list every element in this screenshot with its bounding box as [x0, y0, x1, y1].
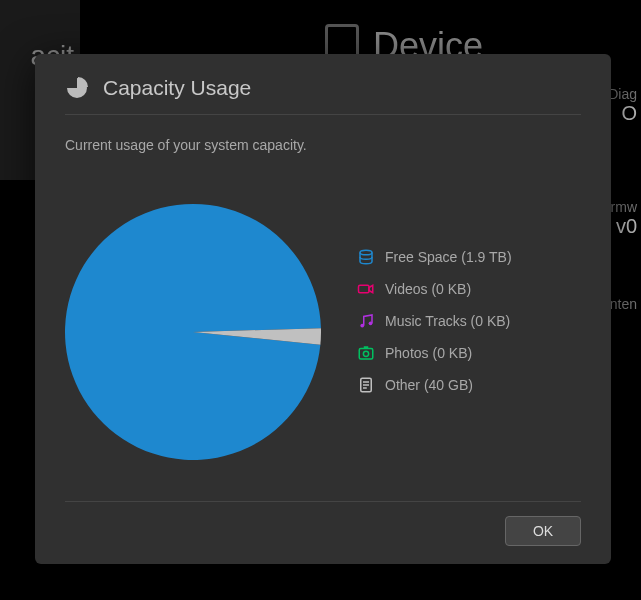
legend-row: Music Tracks (0 KB)	[357, 312, 512, 330]
music-icon	[357, 312, 375, 330]
capacity-usage-dialog: Capacity Usage Current usage of your sys…	[35, 54, 611, 564]
dialog-header: Capacity Usage	[65, 76, 581, 115]
svg-point-3	[369, 321, 373, 325]
legend-label: Free Space (1.9 TB)	[385, 249, 512, 265]
photo-icon	[357, 344, 375, 362]
legend-label: Other (40 GB)	[385, 377, 473, 393]
svg-point-2	[360, 324, 364, 328]
svg-rect-6	[364, 346, 369, 348]
legend-label: Photos (0 KB)	[385, 345, 472, 361]
svg-rect-4	[359, 349, 373, 360]
ok-button[interactable]: OK	[505, 516, 581, 546]
disk-icon	[357, 248, 375, 266]
legend-row: Videos (0 KB)	[357, 280, 512, 298]
camera-icon	[357, 280, 375, 298]
document-icon	[357, 376, 375, 394]
svg-point-0	[360, 250, 372, 255]
dialog-subtitle: Current usage of your system capacity.	[65, 137, 581, 153]
legend-label: Videos (0 KB)	[385, 281, 471, 297]
pie-chart-icon	[65, 76, 89, 100]
legend-row: Free Space (1.9 TB)	[357, 248, 512, 266]
dialog-footer: OK	[65, 501, 581, 546]
legend-row: Photos (0 KB)	[357, 344, 512, 362]
dialog-title: Capacity Usage	[103, 76, 251, 100]
legend-label: Music Tracks (0 KB)	[385, 313, 510, 329]
capacity-pie-chart	[65, 204, 321, 460]
svg-point-5	[363, 351, 368, 356]
svg-rect-1	[359, 285, 370, 293]
legend-row: Other (40 GB)	[357, 376, 512, 394]
legend: Free Space (1.9 TB)Videos (0 KB)Music Tr…	[357, 248, 512, 394]
